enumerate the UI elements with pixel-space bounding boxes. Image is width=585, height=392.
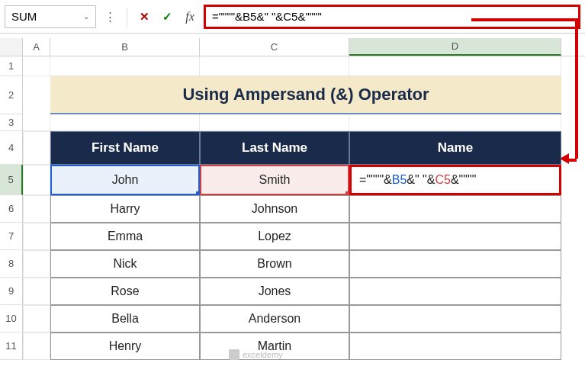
row-header-8[interactable]: 8 <box>0 250 23 278</box>
cell-A9[interactable] <box>23 278 50 305</box>
row-header-1[interactable]: 1 <box>0 56 23 76</box>
chevron-down-icon[interactable]: ⌄ <box>83 12 89 21</box>
cell-B7[interactable]: Emma <box>50 223 200 250</box>
row-header-3[interactable]: 3 <box>0 114 23 131</box>
col-header-A[interactable]: A <box>23 38 50 56</box>
cell-D1[interactable] <box>349 56 561 76</box>
title-cell[interactable]: Using Ampersand (&) Operator <box>50 76 561 114</box>
cell-C6[interactable]: Johnson <box>200 195 349 223</box>
cell-D5[interactable]: =""""&B5&" "&C5&"""" <box>349 165 561 195</box>
row-9: 9 Rose Jones <box>0 278 585 305</box>
cell-B8[interactable]: Nick <box>50 250 200 278</box>
enter-button[interactable]: ✓ <box>158 8 176 26</box>
cell-B9[interactable]: Rose <box>50 278 200 305</box>
cancel-button[interactable]: ✕ <box>135 8 153 26</box>
row-header-9[interactable]: 9 <box>0 278 23 305</box>
callout-line-vert <box>575 18 578 159</box>
row-header-4[interactable]: 4 <box>0 131 23 165</box>
row-5: 5 John Smith =""""&B5&" "&C5&"""" <box>0 165 585 195</box>
select-all-corner[interactable] <box>0 38 23 56</box>
formula-input[interactable]: =""""&B5&" "&C5&"""" <box>212 10 322 23</box>
col-header-D[interactable]: D <box>349 38 561 56</box>
cell-A7[interactable] <box>23 223 50 250</box>
cell-C10[interactable]: Anderson <box>200 305 349 333</box>
cell-C1[interactable] <box>200 56 349 76</box>
cell-D11[interactable] <box>349 333 561 360</box>
formula-input-highlight: =""""&B5&" "&C5&"""" <box>204 5 580 29</box>
row-3: 3 <box>0 114 585 131</box>
row-6: 6 Harry Johnson <box>0 195 585 223</box>
spreadsheet-grid: A B C D 1 2 Using Ampersand (&) Operator… <box>0 38 585 392</box>
dots-icon: ⋮ <box>101 8 119 26</box>
cell-A11[interactable] <box>23 333 50 360</box>
formula-ref-b5: B5 <box>392 173 407 187</box>
col-header-C[interactable]: C <box>200 38 349 56</box>
row-header-2[interactable]: 2 <box>0 76 23 114</box>
row-header-11[interactable]: 11 <box>0 333 23 360</box>
cell-A5[interactable] <box>23 165 50 195</box>
row-1: 1 <box>0 56 585 76</box>
row-4: 4 First Name Last Name Name <box>0 131 585 165</box>
name-box[interactable]: SUM ⌄ <box>5 5 96 28</box>
cell-C11[interactable]: Martin <box>200 333 349 360</box>
header-name[interactable]: Name <box>349 131 561 165</box>
cell-C3[interactable] <box>200 114 349 131</box>
arrow-icon <box>560 153 569 164</box>
row-11: 11 Henry Martin <box>0 333 585 360</box>
cell-D3[interactable] <box>349 114 561 131</box>
row-10: 10 Bella Anderson <box>0 305 585 333</box>
cell-B6[interactable]: Harry <box>50 195 200 223</box>
cell-C5[interactable]: Smith <box>200 165 349 195</box>
formula-ref-c5: C5 <box>435 173 450 187</box>
formula-part: &"""" <box>451 173 476 187</box>
row-2: 2 Using Ampersand (&) Operator <box>0 76 585 114</box>
cell-A3[interactable] <box>23 114 50 131</box>
formula-part: &" "& <box>407 173 435 187</box>
cell-B1[interactable] <box>50 56 200 76</box>
cell-A10[interactable] <box>23 305 50 333</box>
column-headers: A B C D <box>0 38 585 56</box>
cell-D9[interactable] <box>349 278 561 305</box>
cell-C8[interactable]: Brown <box>200 250 349 278</box>
cell-A8[interactable] <box>23 250 50 278</box>
header-last-name[interactable]: Last Name <box>200 131 349 165</box>
cell-B11[interactable]: Henry <box>50 333 200 360</box>
col-header-B[interactable]: B <box>50 38 200 56</box>
cell-B3[interactable] <box>50 114 200 131</box>
row-8: 8 Nick Brown <box>0 250 585 278</box>
cell-A6[interactable] <box>23 195 50 223</box>
cell-C9[interactable]: Jones <box>200 278 349 305</box>
row-header-10[interactable]: 10 <box>0 305 23 333</box>
formula-bar: SUM ⌄ ⋮ ✕ ✓ fx =""""&B5&" "&C5&"""" <box>0 0 585 34</box>
header-first-name[interactable]: First Name <box>50 131 200 165</box>
formula-part: =""""& <box>359 173 392 187</box>
cell-A4[interactable] <box>23 131 50 165</box>
cell-B10[interactable]: Bella <box>50 305 200 333</box>
separator <box>127 8 127 26</box>
row-header-7[interactable]: 7 <box>0 223 23 250</box>
cell-C7[interactable]: Lopez <box>200 223 349 250</box>
row-7: 7 Emma Lopez <box>0 223 585 250</box>
row-header-5[interactable]: 5 <box>0 165 23 195</box>
row-header-6[interactable]: 6 <box>0 195 23 223</box>
callout-line-top <box>471 18 577 21</box>
fx-icon[interactable]: fx <box>181 8 199 26</box>
cell-D10[interactable] <box>349 305 561 333</box>
cell-D8[interactable] <box>349 250 561 278</box>
name-box-value: SUM <box>11 10 83 23</box>
cell-D7[interactable] <box>349 223 561 250</box>
cell-A1[interactable] <box>23 56 50 76</box>
cell-B5[interactable]: John <box>50 165 200 195</box>
cell-A2[interactable] <box>23 76 50 114</box>
cell-D6[interactable] <box>349 195 561 223</box>
